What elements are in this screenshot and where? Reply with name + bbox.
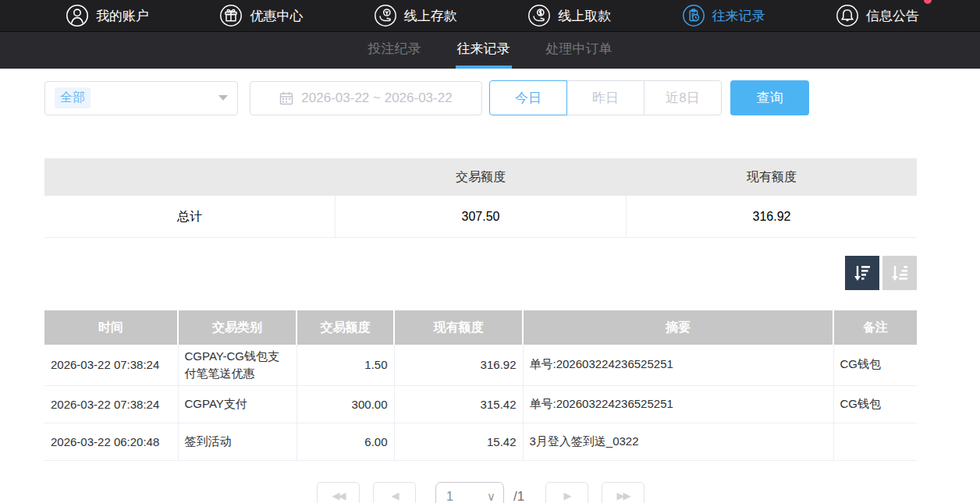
summary-header-row: 交易额度 现有额度	[44, 158, 917, 196]
cell-summary: 3月登入签到送_0322	[523, 423, 833, 460]
cell-time: 2026-03-22 06:20:48	[44, 423, 178, 460]
sub-tab-bar: 投注纪录 往来记录 处理中订单	[0, 32, 980, 69]
cell-note: CG钱包	[833, 345, 917, 385]
records-header-row: 时间 交易类别 交易额度 现有额度 摘要 备注	[44, 310, 917, 345]
notification-dot	[924, 0, 932, 4]
chevron-down-icon	[218, 95, 228, 101]
header-balance: 现有额度	[394, 310, 523, 345]
cell-balance: 316.92	[394, 345, 523, 385]
deposit-icon	[374, 4, 397, 27]
sort-ascending-button[interactable]	[882, 256, 917, 290]
header-amount: 交易额度	[296, 310, 394, 345]
sort-descending-button[interactable]	[845, 256, 879, 290]
tab-transaction-records[interactable]: 往来记录	[456, 32, 512, 69]
cell-amount: 300.00	[296, 385, 394, 423]
nav-label: 优惠中心	[250, 7, 303, 25]
header-summary: 摘要	[523, 310, 833, 345]
nav-item-online-deposit[interactable]: 线上存款	[374, 4, 457, 27]
today-button[interactable]: 今日	[489, 80, 567, 115]
tab-betting-records[interactable]: 投注纪录	[367, 32, 423, 69]
cell-summary: 单号:202603224236525251	[523, 345, 833, 385]
filter-row: 全部 2026-03-22 ~ 2026-03-22 今日 昨日 近8日 查询	[44, 80, 917, 115]
date-range-value: 2026-03-22 ~ 2026-03-22	[301, 90, 452, 106]
tab-processing-orders[interactable]: 处理中订单	[545, 32, 614, 69]
pagination: ◀◀ ◀ 1 ∨ /1 ▶ ▶▶	[44, 482, 917, 503]
quick-range-group: 今日 昨日 近8日	[489, 80, 722, 115]
summary-total-balance: 316.92	[627, 196, 917, 237]
nav-label: 我的账户	[96, 7, 149, 25]
sort-descending-icon	[851, 262, 873, 284]
yesterday-button[interactable]: 昨日	[566, 80, 644, 115]
next-page-button[interactable]: ▶	[545, 482, 588, 503]
summary-total-label: 总计	[44, 196, 336, 237]
table-row: 2026-03-22 06:20:48 签到活动 6.00 15.42 3月登入…	[44, 423, 917, 460]
nav-label: 往来记录	[712, 7, 765, 25]
nav-label: 线上取款	[558, 7, 611, 25]
cell-amount: 1.50	[296, 345, 394, 385]
page-select[interactable]: 1 ∨	[435, 482, 504, 503]
table-row: 2026-03-22 07:38:24 CGPAY支付 300.00 315.4…	[44, 385, 917, 423]
sort-ascending-icon	[889, 262, 911, 284]
page-select-value: 1	[446, 490, 453, 503]
header-type: 交易类别	[178, 310, 296, 345]
records-icon	[682, 4, 705, 27]
bell-icon	[836, 4, 859, 27]
cell-type: 签到活动	[178, 423, 296, 460]
summary-header-balance: 现有额度	[626, 169, 917, 186]
cell-time: 2026-03-22 07:38:24	[44, 345, 178, 385]
header-note: 备注	[833, 310, 917, 345]
search-button[interactable]: 查询	[730, 80, 809, 115]
nav-item-promotions[interactable]: 优惠中心	[219, 4, 303, 27]
cell-balance: 15.42	[394, 423, 523, 460]
type-select[interactable]: 全部	[44, 81, 238, 115]
summary-table: 交易额度 现有额度 总计 307.50 316.92	[44, 158, 917, 238]
table-row: 2026-03-22 07:38:24 CGPAY-CG钱包支付笔笔送优惠 1.…	[44, 345, 917, 385]
nav-item-transaction-records[interactable]: 往来记录	[682, 4, 765, 27]
calendar-icon	[279, 91, 293, 105]
cell-balance: 315.42	[394, 385, 523, 423]
cell-time: 2026-03-22 07:38:24	[44, 385, 178, 423]
first-page-button[interactable]: ◀◀	[317, 482, 360, 503]
chevron-down-icon: ∨	[487, 490, 495, 503]
gift-icon	[219, 4, 243, 27]
main-content: 全部 2026-03-22 ~ 2026-03-22 今日 昨日 近8日 查询	[44, 80, 917, 503]
top-nav: 我的账户 优惠中心 线上存款 线上取款	[0, 0, 980, 32]
nav-item-announcements[interactable]: 信息公告	[836, 4, 919, 27]
summary-total-transaction: 307.50	[336, 196, 627, 237]
page-total-label: /1	[513, 482, 524, 503]
nav-item-online-withdrawal[interactable]: 线上取款	[527, 4, 611, 27]
cell-type: CGPAY支付	[178, 385, 296, 423]
nav-item-my-account[interactable]: 我的账户	[66, 4, 149, 27]
cell-note	[833, 423, 917, 460]
date-range-input[interactable]: 2026-03-22 ~ 2026-03-22	[250, 81, 482, 115]
cell-type: CGPAY-CG钱包支付笔笔送优惠	[178, 345, 296, 385]
withdraw-icon	[527, 4, 551, 27]
user-icon	[66, 4, 89, 27]
summary-total-row: 总计 307.50 316.92	[44, 196, 917, 238]
summary-header-transaction: 交易额度	[336, 169, 627, 186]
nav-label: 线上存款	[404, 7, 457, 25]
type-select-value: 全部	[55, 87, 91, 108]
cell-note: CG钱包	[833, 385, 917, 423]
sort-controls	[44, 256, 917, 290]
nav-label: 信息公告	[866, 7, 919, 25]
cell-amount: 6.00	[296, 423, 394, 460]
last-8-days-button[interactable]: 近8日	[644, 80, 722, 115]
records-table: 时间 交易类别 交易额度 现有额度 摘要 备注 2026-03-22 07:38…	[44, 310, 917, 461]
previous-page-button[interactable]: ◀	[373, 482, 416, 503]
cell-summary: 单号:202603224236525251	[523, 385, 833, 423]
last-page-button[interactable]: ▶▶	[602, 482, 644, 503]
header-time: 时间	[44, 310, 178, 345]
